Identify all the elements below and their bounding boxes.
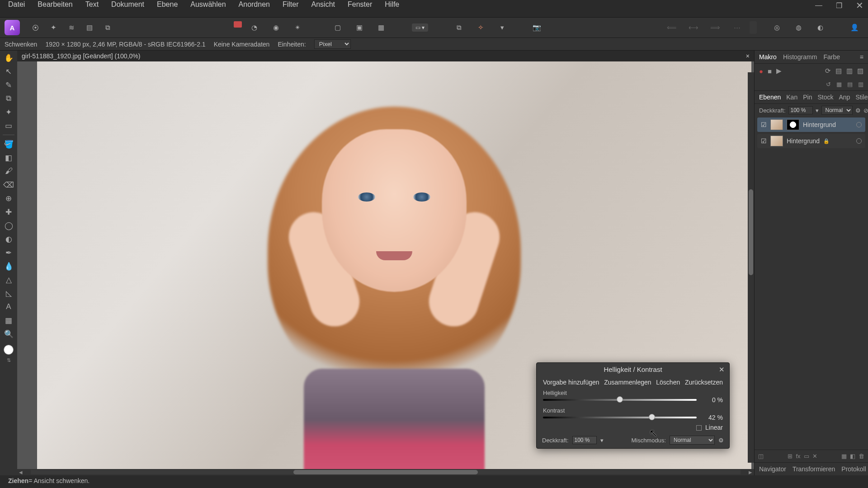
- lb-adj-icon[interactable]: ⊞: [788, 453, 793, 460]
- layer-dot-icon[interactable]: [856, 122, 862, 127]
- lb-fx-icon[interactable]: fx: [796, 453, 800, 460]
- layers-opacity-dropdown-icon[interactable]: ▾: [816, 107, 819, 114]
- dodge-tool-icon[interactable]: ◯: [3, 220, 14, 231]
- macro-opt4-icon[interactable]: ▨: [857, 67, 863, 75]
- gradient-tool-icon[interactable]: ◧: [3, 152, 14, 163]
- dialog-close-icon[interactable]: ✕: [719, 366, 725, 374]
- dialog-action-add-preset[interactable]: Vorgabe hinzufügen: [543, 379, 599, 386]
- cloud2-icon[interactable]: ◐: [814, 21, 826, 34]
- vertical-scrollbar[interactable]: [748, 72, 754, 463]
- marquee-tool-icon[interactable]: ▭: [3, 120, 14, 131]
- tab-anp[interactable]: Anp: [839, 94, 850, 101]
- brightness-value[interactable]: 0 %: [702, 396, 723, 404]
- layer-item-1[interactable]: ☑ Hintergrund 🔒: [757, 134, 865, 148]
- tab-stock[interactable]: Stock: [817, 94, 833, 101]
- brightness-contrast-dialog[interactable]: Helligkeit / Kontrast ✕ Vorgabe hinzufüg…: [536, 362, 730, 449]
- dialog-opacity-dropdown-icon[interactable]: ▾: [600, 437, 604, 444]
- persona-develop-button[interactable]: ≋: [65, 21, 78, 34]
- foreground-color-swatch[interactable]: [4, 345, 14, 355]
- sharpen-tool-icon[interactable]: △: [3, 274, 14, 285]
- picker-icon[interactable]: ◔: [248, 21, 261, 34]
- lb-add-icon[interactable]: ◧: [850, 453, 855, 460]
- menu-auswaehlen[interactable]: Auswählen: [190, 0, 226, 9]
- lb-group-icon[interactable]: ▦: [841, 453, 847, 460]
- tab-protokoll[interactable]: Protokoll: [841, 465, 866, 473]
- macro-record-icon[interactable]: ●: [759, 67, 763, 75]
- adj-3-icon[interactable]: ▥: [857, 81, 864, 88]
- layers-opacity-input[interactable]: [788, 106, 813, 114]
- flood-tool-icon[interactable]: 🪣: [3, 139, 14, 150]
- account-icon[interactable]: 👤: [848, 21, 861, 34]
- swatch-red-icon[interactable]: [234, 21, 242, 28]
- clone-tool-icon[interactable]: ⊕: [3, 193, 14, 204]
- contrast-slider[interactable]: [543, 417, 697, 418]
- adj-1-icon[interactable]: ▦: [835, 81, 843, 88]
- autocolor-icon[interactable]: ✴: [292, 21, 304, 34]
- layer-dot-icon[interactable]: [856, 138, 862, 144]
- document-tab[interactable]: girl-511883_1920.jpg [Geändert] (100,0%)…: [17, 51, 754, 61]
- adj-reset-icon[interactable]: ↺: [825, 81, 832, 88]
- dialog-titlebar[interactable]: Helligkeit / Kontrast ✕: [537, 363, 729, 376]
- layers-gear-icon[interactable]: ⚙: [855, 107, 861, 114]
- crop-icon[interactable]: ⧉: [453, 21, 465, 34]
- color-wheel-icon[interactable]: ◉: [270, 21, 283, 34]
- menu-text[interactable]: Text: [85, 0, 99, 9]
- persona-export-button[interactable]: ⧉: [101, 21, 114, 34]
- tab-histogramm[interactable]: Histogramm: [783, 53, 817, 61]
- menu-anordnen[interactable]: Anordnen: [239, 0, 270, 9]
- macro-play-icon[interactable]: ▶: [776, 67, 782, 75]
- tab-farbe[interactable]: Farbe: [823, 53, 840, 61]
- overlay-dropdown[interactable]: ▭ ▾: [412, 23, 428, 32]
- menu-filter[interactable]: Filter: [283, 0, 299, 9]
- dialog-opacity-input[interactable]: [572, 436, 597, 444]
- pen-tool-icon[interactable]: ✒: [3, 247, 14, 258]
- persona-tone-button[interactable]: ▤: [83, 21, 96, 34]
- panel-top-menu-icon[interactable]: ≡: [860, 53, 863, 61]
- tab-navigator[interactable]: Navigator: [759, 465, 786, 473]
- lb-trash-icon[interactable]: 🗑: [859, 453, 864, 460]
- menu-fenster[interactable]: Fenster: [348, 0, 372, 9]
- select-solid-icon[interactable]: ▣: [353, 21, 366, 34]
- dialog-action-reset[interactable]: Zurücksetzen: [685, 379, 723, 386]
- vertical-scrollbar-thumb[interactable]: [749, 189, 753, 275]
- zoom-tool-icon[interactable]: 🔍: [3, 328, 14, 339]
- lb-crop-icon[interactable]: ▭: [804, 453, 809, 460]
- window-maximize-button[interactable]: ❐: [834, 1, 844, 10]
- macro-opt1-icon[interactable]: ⟳: [825, 67, 831, 75]
- macro-opt2-icon[interactable]: ▤: [835, 67, 842, 75]
- shape-tool-icon[interactable]: ◺: [3, 288, 14, 299]
- dialog-blend-select[interactable]: Normal: [670, 436, 715, 445]
- brush-tool-icon[interactable]: 🖌: [3, 166, 14, 177]
- dialog-gear-icon[interactable]: ⚙: [718, 437, 724, 444]
- select-dashed-icon[interactable]: ▢: [331, 21, 344, 34]
- erase-tool-icon[interactable]: ⌫: [3, 179, 14, 190]
- persona-liquify-button[interactable]: ✦: [47, 21, 60, 34]
- window-close-button[interactable]: ✕: [854, 0, 865, 11]
- move-tool-icon[interactable]: ↖: [3, 66, 14, 77]
- tab-stile[interactable]: Stile: [855, 94, 868, 101]
- brightness-slider-knob[interactable]: [617, 396, 623, 403]
- layer-visibility-icon[interactable]: ☑: [761, 137, 767, 145]
- tab-pin[interactable]: Pin: [803, 94, 812, 101]
- dialog-action-merge[interactable]: Zusammenlegen: [604, 379, 651, 386]
- menu-hilfe[interactable]: Hilfe: [385, 0, 399, 9]
- layer-visibility-icon[interactable]: ☑: [761, 121, 767, 128]
- linear-checkbox[interactable]: [696, 425, 702, 431]
- contrast-slider-knob[interactable]: [649, 414, 655, 420]
- smudge-tool-icon[interactable]: 💧: [3, 261, 14, 272]
- adj-2-icon[interactable]: ▤: [846, 81, 854, 88]
- menu-ansicht[interactable]: Ansicht: [311, 0, 335, 9]
- crop-tool-icon[interactable]: ⧉: [3, 93, 14, 104]
- brightness-slider[interactable]: [543, 399, 697, 401]
- context-units-select[interactable]: Pixel: [314, 39, 351, 49]
- macro-stop-icon[interactable]: ■: [768, 67, 772, 75]
- persona-photo-button[interactable]: ⦿: [29, 21, 42, 34]
- window-minimize-button[interactable]: —: [813, 1, 824, 9]
- cloud-icon[interactable]: ◍: [792, 21, 805, 34]
- layer-item-0[interactable]: ☑ Hintergrund: [757, 117, 865, 132]
- tab-makro[interactable]: Makro: [759, 53, 777, 61]
- horizontal-scrollbar[interactable]: ◂ ▸: [17, 469, 754, 475]
- menu-bearbeiten[interactable]: Bearbeiten: [38, 0, 72, 9]
- hscroll-right-icon[interactable]: ▸: [747, 468, 754, 476]
- wand-tool-icon[interactable]: ✦: [3, 107, 14, 117]
